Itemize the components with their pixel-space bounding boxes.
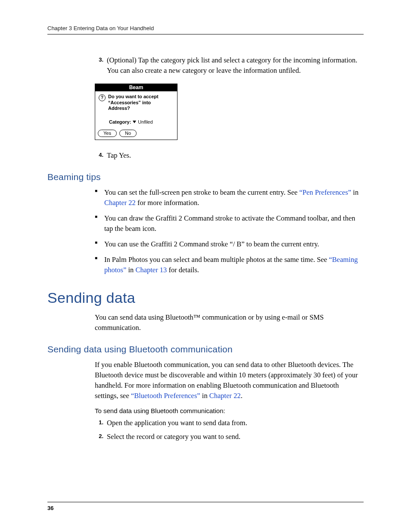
step-number: 2. [95, 432, 107, 442]
list-item: You can set the full-screen pen stroke t… [95, 187, 364, 208]
dialog-message-row: ? Do you want to accept “Accessories” in… [99, 94, 174, 112]
step-number: 4. [95, 150, 107, 161]
step-number: 3. [95, 55, 107, 76]
dialog-body: ? Do you want to accept “Accessories” in… [95, 91, 177, 130]
step-number: 1. [95, 418, 107, 428]
heading-bluetooth: Sending data using Bluetooth communicati… [47, 344, 364, 355]
dialog-title: Beam [95, 84, 177, 91]
text: . [241, 392, 243, 400]
beam-dialog: Beam ? Do you want to accept “Accessorie… [95, 84, 177, 140]
yes-button[interactable]: Yes [98, 130, 117, 137]
step-text: Tap Yes. [107, 150, 131, 161]
no-button[interactable]: No [119, 130, 137, 137]
text: in [126, 266, 135, 274]
procedure-heading: To send data using Bluetooth communicati… [95, 407, 364, 414]
sending-data-intro: You can send data using Bluetooth™ commu… [95, 312, 364, 333]
link-pen-preferences[interactable]: “Pen Preferences” [299, 188, 351, 196]
text: for more information. [136, 199, 199, 207]
beaming-tips-body: You can set the full-screen pen stroke t… [95, 187, 364, 275]
dialog-screenshot: Beam ? Do you want to accept “Accessorie… [95, 84, 364, 140]
text: You can set the full-screen pen stroke t… [104, 188, 299, 196]
link-chapter-22b[interactable]: Chapter 22 [209, 392, 241, 400]
link-bluetooth-preferences[interactable]: “Bluetooth Preferences” [131, 392, 200, 400]
link-chapter-13[interactable]: Chapter 13 [135, 266, 167, 274]
question-icon: ? [99, 94, 106, 101]
running-header: Chapter 3 Entering Data on Your Handheld [47, 25, 364, 34]
list-item: You can draw the Graffiti 2 Command stro… [95, 213, 364, 234]
step-3: 3. (Optional) Tap the category pick list… [95, 55, 364, 76]
list-item: In Palm Photos you can select and beam m… [95, 255, 364, 275]
paragraph: You can send data using Bluetooth™ commu… [95, 312, 364, 333]
bt-step-2: 2. Select the record or category you wan… [95, 432, 364, 442]
dialog-buttons: Yes No [95, 130, 177, 140]
link-chapter-22[interactable]: Chapter 22 [104, 199, 136, 207]
category-value: Unfiled [138, 119, 153, 124]
text: In Palm Photos you can select and beam m… [104, 255, 329, 264]
step-4: 4. Tap Yes. [95, 150, 364, 161]
text: in [200, 392, 209, 400]
bt-step-1: 1. Open the application you want to send… [95, 418, 364, 428]
page-number: 36 [47, 502, 364, 511]
paragraph: If you enable Bluetooth communication, y… [95, 360, 364, 401]
step-text: Select the record or category you want t… [107, 432, 240, 442]
step-text: Open the application you want to send da… [107, 418, 247, 428]
heading-sending-data: Sending data [47, 289, 364, 306]
dialog-message: Do you want to accept “Accessories” into… [108, 94, 174, 112]
category-picker[interactable]: Category: Unfiled [109, 119, 174, 124]
chevron-down-icon [133, 121, 136, 123]
page: Chapter 3 Entering Data on Your Handheld… [0, 0, 411, 532]
list-item: You can use the Graffiti 2 Command strok… [95, 239, 364, 249]
category-label: Category: [109, 119, 131, 124]
body-column: 3. (Optional) Tap the category pick list… [95, 55, 364, 161]
heading-beaming-tips: Beaming tips [47, 172, 364, 182]
text: in [351, 188, 358, 196]
tips-list: You can set the full-screen pen stroke t… [95, 187, 364, 275]
step-text: (Optional) Tap the category pick list an… [107, 55, 364, 76]
bluetooth-body: If you enable Bluetooth communication, y… [95, 360, 364, 442]
text: for details. [167, 266, 199, 274]
